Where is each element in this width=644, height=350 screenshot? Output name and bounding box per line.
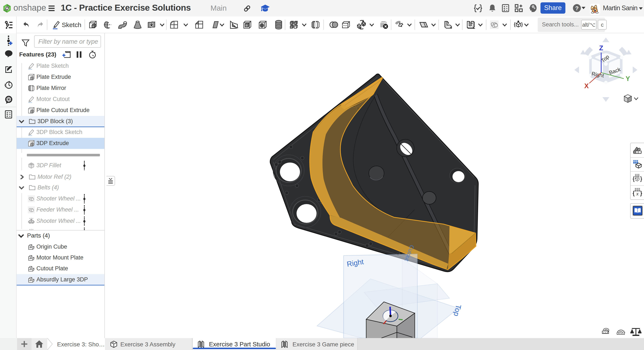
svg-text:Top: Top: [452, 304, 463, 317]
svg-text:X: X: [584, 82, 589, 90]
svg-text:Z: Z: [599, 44, 603, 52]
svg-text:Y: Y: [626, 75, 630, 82]
svg-text:x: x: [636, 191, 639, 196]
svg-text:?: ?: [575, 5, 578, 12]
